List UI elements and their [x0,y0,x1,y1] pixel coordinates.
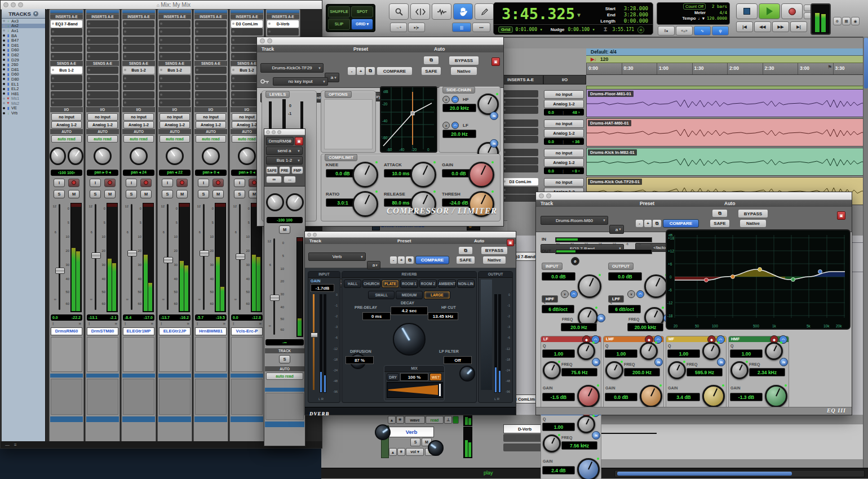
comments-box[interactable] [195,337,227,372]
go-to-end-button[interactable]: ▶| [790,21,807,32]
insert-slot[interactable] [502,119,538,127]
band-in-button[interactable]: IN [717,358,725,366]
group-box[interactable] [159,379,191,415]
send-slot[interactable] [87,99,118,107]
send-slot[interactable] [123,99,154,107]
track-visibility-dot[interactable] [3,49,5,51]
led-icon[interactable] [453,416,459,424]
automation-mode-selector[interactable]: auto read [160,135,190,143]
output-selector[interactable]: Analog 1-2 [87,121,118,128]
insert-slot[interactable] [502,194,538,202]
meter-ruler[interactable]: Default: 4/4 [586,48,868,56]
send-slot[interactable] [159,99,191,107]
send-slot[interactable] [195,75,227,82]
return-to-zero-button[interactable]: |◀ [736,21,753,32]
track-visibility-dot[interactable] [3,39,5,42]
algorithm-button[interactable]: ROOM 2 [419,280,437,288]
metronome-button[interactable]: ‖● [658,26,675,36]
bypass-button[interactable]: BYPASS [738,209,768,218]
filter-bell-icon[interactable]: ∧ [442,96,450,103]
hfcut-display[interactable]: 13.45 kHz [428,312,458,320]
updown-icon[interactable]: ↕ [196,321,198,326]
input-gain-display[interactable]: -1.7dB [311,284,334,292]
lpfilter-knob[interactable] [428,440,444,456]
send-slot[interactable] [87,91,118,99]
updown-icon[interactable]: ↕ [232,321,234,326]
send-slot[interactable] [159,91,191,99]
toolbar-extra-button-2[interactable]: ▦ [842,17,851,25]
send-slot[interactable] [123,75,154,82]
hpf-in-button[interactable]: IN [597,314,605,322]
size-button[interactable]: MEDIUM [396,291,422,299]
tracks-list-item[interactable]: ↓ Ax3 [2,19,45,24]
hf-freq-display[interactable]: 20.0 kHz [442,104,476,112]
lpfilter-display[interactable]: Off [444,356,472,364]
algorithm-button[interactable]: HALL [344,280,361,288]
decay-knob[interactable] [393,323,426,356]
send-slot-a[interactable]: Bus 1-2 [123,66,154,74]
diffusion-knob[interactable] [375,424,391,440]
tracks-list-item[interactable]: ▼ Ms2 [2,101,45,106]
updown-icon[interactable]: ↕ [160,321,162,326]
input-monitor-button[interactable]: I [90,179,101,187]
insertion-follows-playback-button[interactable]: ▸|▸ [408,23,425,32]
track-name-button[interactable]: ELEGtr2JP [159,327,191,335]
gain-slider-track[interactable] [313,294,315,390]
track-visibility-dot[interactable] [3,97,5,100]
hpf-freq-display[interactable]: 20.0 Hz [561,323,597,331]
preset-minus-button[interactable]: - [389,256,397,264]
tracks-list-item[interactable]: ▮ B47 [2,38,45,43]
speaker-icon[interactable]: ▲ [389,448,397,456]
size-button[interactable]: LARGE [424,291,450,299]
key-input-selector[interactable]: no key input▼ [273,77,328,86]
audio-region[interactable]: Drums-Floor-M81-01 [586,89,868,117]
input-monitor-button[interactable]: I [54,179,65,187]
insert-slot-a[interactable] [123,20,154,28]
insert-slot[interactable] [195,28,227,36]
zoom-tool-button[interactable] [389,3,409,20]
track-visibility-dot[interactable] [3,78,5,80]
grid-value[interactable]: 0:01.000 ▾ [515,27,542,32]
preset-minus-button[interactable]: - [347,66,356,76]
send-fmp-button[interactable]: FMP [291,166,303,174]
updown-icon[interactable]: ↕ [52,321,54,326]
automation-mode-selector[interactable]: auto read [123,135,154,143]
band-freq-display[interactable]: 2.34 kHz [749,368,785,376]
output-selector[interactable]: Analog 1-2 [544,100,584,108]
band-q-display[interactable]: 1.00 [542,423,575,431]
start-value[interactable]: 3:28.000 [619,6,648,11]
track-selector[interactable]: Drums-Room-M60▼ [541,216,608,225]
insert-slot[interactable] [87,53,118,60]
target-button[interactable]: ▣ [507,239,514,246]
drag-handle-icon[interactable]: — [5,442,10,447]
zoom-window-icon[interactable] [18,2,23,7]
tracks-list-item[interactable]: ▮ D29 [2,57,45,63]
track-visibility-dot[interactable] [3,68,5,70]
band-gain-knob[interactable] [577,385,600,407]
band-gain-knob[interactable] [702,385,725,407]
compare-button[interactable]: COMPARE [663,219,699,228]
insert-slot-a[interactable]: D3 ComLim [231,20,263,28]
band-q-display[interactable]: 1.00 [730,349,763,358]
track-visibility-dot[interactable] [3,44,5,46]
compare-button[interactable]: COMPARE [377,66,413,76]
insert-slot[interactable] [502,136,538,143]
tracks-list-item[interactable]: ▮ H81 [2,91,45,96]
minimize-icon[interactable] [267,38,272,43]
hf-in-button[interactable]: IN [490,112,498,120]
pan-knob[interactable] [238,147,256,165]
tempo-ruler[interactable]: ▶♩120 [586,56,868,63]
send-slot[interactable] [87,83,118,90]
insert-slot[interactable] [51,28,82,36]
track-selector[interactable]: Drums-KickOt-TF29▼ [260,63,324,73]
group-box[interactable] [87,379,118,415]
band-q-knob[interactable] [702,342,720,360]
parameter-knob[interactable] [468,162,494,188]
midi-thru-button[interactable]: ψ [712,26,729,36]
solo-button[interactable]: S [198,190,209,198]
tracks-list-item[interactable]: ↓ Vrb [2,110,45,116]
track-visibility-dot[interactable] [3,59,5,61]
insert-slot[interactable] [123,37,154,44]
band-freq-display[interactable]: 595.9 Hz [687,368,723,376]
record-button[interactable] [781,3,803,19]
